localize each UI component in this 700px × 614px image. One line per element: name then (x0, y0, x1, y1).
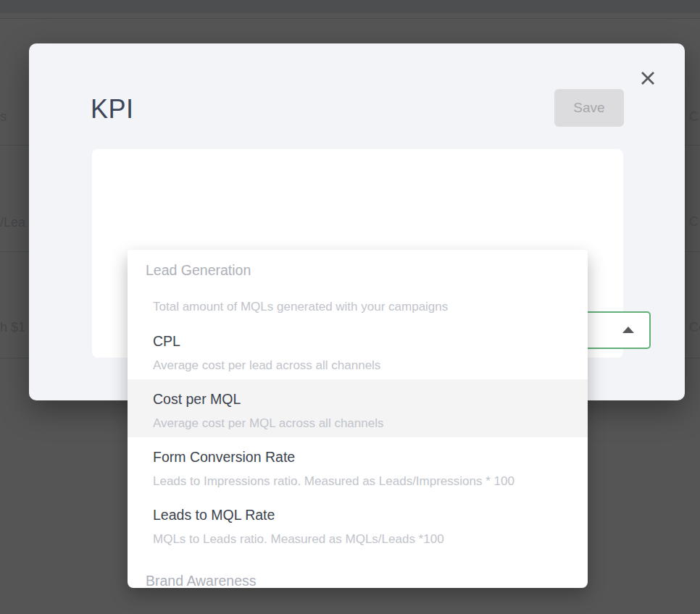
background-text-fragment: /Lea (0, 216, 25, 230)
modal-title: KPI (91, 94, 134, 125)
option-description: Average cost per lead across all channel… (153, 358, 588, 373)
dropdown-group-lead-generation: Lead Generation (146, 263, 588, 278)
chevron-up-icon[interactable] (622, 327, 634, 333)
metric-dropdown-list: Lead GenerationTotal amount of MQLs gene… (128, 250, 588, 588)
close-icon (639, 78, 657, 89)
option-description: MQLs to Leads ratio. Measured as MQLs/Le… (153, 532, 588, 547)
option-description: Average cost per MQL across all channels (153, 416, 588, 431)
save-button[interactable]: Save (554, 89, 624, 127)
option-title: Cost per MQL (153, 391, 588, 407)
option-title: Leads to MQL Rate (153, 507, 588, 523)
dropdown-option-cpl[interactable]: CPLAverage cost per lead across all chan… (128, 321, 588, 379)
background-header-band (0, 0, 700, 13)
option-title: CPL (153, 333, 588, 349)
dropdown-group-brand-awareness: Brand Awareness (146, 573, 588, 588)
dropdown-option-mqls-description[interactable]: Total amount of MQLs generated with your… (153, 300, 588, 314)
close-button[interactable] (638, 69, 658, 89)
background-text-fragment: C (689, 215, 699, 229)
background-text-fragment: Co (689, 321, 700, 335)
background-text-fragment: h $1 (0, 321, 25, 335)
background-text-fragment: C (689, 110, 699, 124)
background-text-fragment: s (0, 110, 7, 124)
option-title: Form Conversion Rate (153, 449, 588, 465)
background-table-row-line (0, 18, 700, 19)
dropdown-option-form-conversion-rate[interactable]: Form Conversion RateLeads to Impressions… (128, 437, 588, 495)
dropdown-option-cost-per-mql[interactable]: Cost per MQLAverage cost per MQL across … (128, 379, 588, 437)
screen: { "background": { "left_fragments": [ { … (0, 0, 700, 614)
option-description: Leads to Impressions ratio. Measured as … (153, 474, 588, 489)
dropdown-option-leads-to-mql-rate[interactable]: Leads to MQL RateMQLs to Leads ratio. Me… (128, 495, 588, 553)
